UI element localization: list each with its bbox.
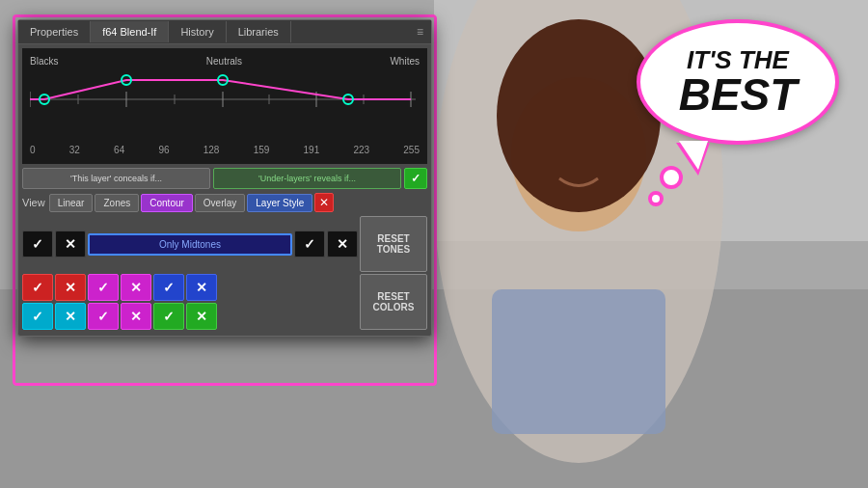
check-green: ✓	[163, 309, 175, 324]
view-overlay-button[interactable]: Overlay	[195, 194, 245, 212]
colors-row-2: ✓ ✕ ✓ ✕ ✓ ✕	[22, 274, 358, 301]
x-icon: ✕	[65, 236, 76, 252]
checkbox-green-x[interactable]: ✕	[186, 303, 217, 330]
close-icon: ✕	[319, 196, 329, 209]
x-blue: ✕	[196, 280, 207, 295]
blend-if-chart: Blacks Neutrals Whites 0	[22, 48, 427, 164]
view-row: View Linear Zones Contour Overlay Layer …	[22, 193, 427, 212]
panel-tabs: Properties f64 Blend-If History Librarie…	[18, 20, 431, 44]
chart-labels-top: Blacks Neutrals Whites	[30, 56, 420, 67]
view-label: View	[22, 197, 45, 208]
view-zones-button[interactable]: Zones	[95, 194, 139, 212]
speech-text-line2: BEST	[679, 72, 798, 117]
speech-bubble: IT'S THE BEST	[637, 19, 839, 145]
x-cyan: ✕	[65, 309, 76, 324]
bubble-dot-large	[660, 166, 683, 189]
check-icon: ✓	[32, 236, 43, 252]
color-checkboxes: ✓ ✕ ✓ ✕ ✓ ✕	[22, 274, 358, 330]
label-whites: Whites	[390, 56, 420, 67]
x-magenta: ✕	[130, 280, 142, 295]
label-neutrals: Neutrals	[206, 56, 242, 67]
chart-labels-bottom: 0 32 64 96 128 159 191 223 255	[30, 145, 420, 155]
this-layer-button[interactable]: 'This layer' conceals if...	[22, 168, 210, 189]
panel-menu-icon[interactable]: ≡	[409, 20, 431, 43]
tones-row-1: ✓ ✕ Only Midtones ✓ ✕ RESET TONES	[22, 216, 427, 272]
checkbox-blue-x[interactable]: ✕	[186, 274, 217, 301]
confirm-icon: ✓	[411, 172, 420, 185]
colors-rows: ✓ ✕ ✓ ✕ ✓ ✕	[22, 274, 427, 330]
confirm-green-button[interactable]: ✓	[404, 168, 427, 189]
checkbox-magenta-x[interactable]: ✕	[121, 274, 151, 301]
tab-libraries[interactable]: Libraries	[227, 21, 291, 42]
check-blue: ✓	[163, 280, 175, 295]
checkbox-black-x[interactable]: ✕	[55, 230, 86, 258]
x-red: ✕	[65, 280, 76, 295]
check-magenta2: ✓	[97, 309, 109, 324]
check-magenta: ✓	[97, 280, 109, 295]
only-midtones-button[interactable]: Only Midtones	[88, 233, 292, 256]
reset-colors-button[interactable]: RESETCOLORS	[360, 274, 427, 330]
tab-blend-if[interactable]: f64 Blend-If	[91, 21, 169, 42]
checkbox-cyan-x[interactable]: ✕	[55, 303, 86, 330]
tone-curve-svg	[30, 70, 420, 143]
view-linear-button[interactable]: Linear	[49, 194, 94, 212]
tab-history[interactable]: History	[169, 21, 226, 42]
checkbox-red-check[interactable]: ✓	[22, 274, 53, 301]
under-layers-button[interactable]: 'Under-layers' reveals if...	[213, 168, 401, 189]
checkbox-black-check[interactable]: ✓	[22, 230, 53, 258]
x-icon-2: ✕	[337, 236, 348, 252]
checkbox-green-check[interactable]: ✓	[153, 303, 184, 330]
x-green: ✕	[196, 309, 207, 324]
checkbox-mid-check[interactable]: ✓	[294, 230, 325, 258]
tab-properties[interactable]: Properties	[18, 21, 91, 42]
view-close-button[interactable]: ✕	[314, 193, 334, 212]
checkbox-cyan-check[interactable]: ✓	[22, 303, 53, 330]
checkbox-magenta-check[interactable]: ✓	[88, 274, 119, 301]
checkbox-red-x[interactable]: ✕	[55, 274, 86, 301]
label-blacks: Blacks	[30, 56, 58, 67]
check-cyan: ✓	[32, 309, 43, 324]
x-magenta2: ✕	[130, 309, 142, 324]
checkbox-magenta2-x[interactable]: ✕	[121, 303, 151, 330]
checkbox-mid-x[interactable]: ✕	[327, 230, 358, 258]
checkbox-magenta2-check[interactable]: ✓	[88, 303, 119, 330]
svg-point-5	[497, 19, 661, 212]
photoshop-panel: Properties f64 Blend-If History Librarie…	[17, 19, 432, 337]
check-icon-2: ✓	[304, 236, 315, 252]
check-red: ✓	[32, 280, 43, 295]
view-contour-button[interactable]: Contour	[141, 194, 193, 212]
layer-buttons-row: 'This layer' conceals if... 'Under-layer…	[22, 168, 427, 189]
checkbox-blue-check[interactable]: ✓	[153, 274, 184, 301]
reset-tones-button[interactable]: RESET TONES	[360, 216, 427, 272]
svg-rect-6	[492, 289, 665, 434]
view-layerstyle-button[interactable]: Layer Style	[247, 194, 312, 212]
bubble-dot-small	[648, 191, 664, 206]
colors-row-3: ✓ ✕ ✓ ✕ ✓ ✕	[22, 303, 358, 330]
